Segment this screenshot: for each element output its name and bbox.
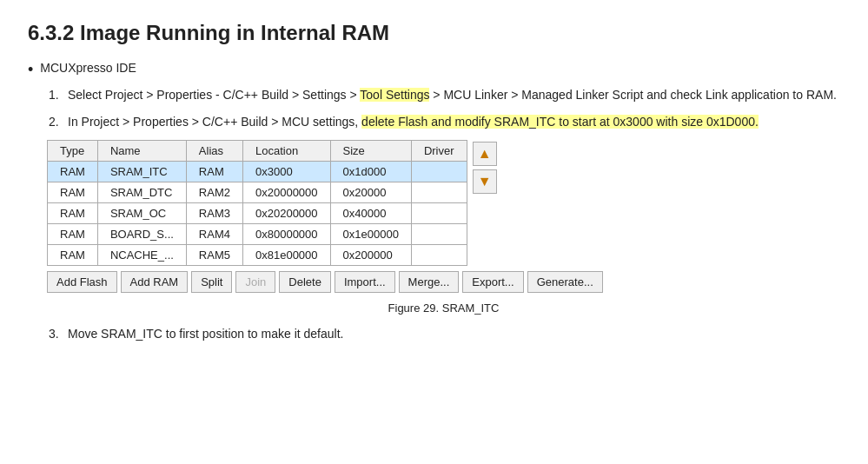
cell-location: 0x80000000 [242, 224, 330, 245]
cell-location: 0x20200000 [242, 203, 330, 224]
cell-name: SRAM_ITC [97, 162, 186, 182]
table-section: Type Name Alias Location Size Driver RAM… [47, 140, 840, 266]
cell-size: 0x1d000 [330, 162, 411, 182]
delete-button[interactable]: Delete [279, 271, 331, 293]
cell-name: NCACHE_... [97, 245, 186, 266]
cell-size: 0x200000 [330, 245, 411, 266]
step-2: 2. In Project > Properties > C/C++ Build… [49, 113, 840, 131]
split-button[interactable]: Split [191, 271, 232, 293]
col-alias: Alias [186, 141, 242, 162]
step-1-text: Select Project > Properties - C/C++ Buil… [68, 86, 840, 104]
bullet-item-mcuxpresso: • MCUXpresso IDE [28, 59, 840, 81]
bullet-label: MCUXpresso IDE [40, 59, 840, 77]
table-row[interactable]: RAMBOARD_S...RAM40x800000000x1e00000 [48, 224, 467, 245]
step-1: 1. Select Project > Properties - C/C++ B… [49, 86, 840, 104]
action-buttons-row: Add Flash Add RAM Split Join Delete Impo… [47, 271, 840, 293]
cell-type: RAM [48, 182, 98, 203]
col-location: Location [242, 141, 330, 162]
cell-location: 0x81e00000 [242, 245, 330, 266]
step-3: 3. Move SRAM_ITC to first position to ma… [49, 325, 840, 343]
add-flash-button[interactable]: Add Flash [47, 271, 117, 293]
step-2-num: 2. [49, 113, 68, 131]
export-button[interactable]: Export... [462, 271, 523, 293]
step-3-text: Move SRAM_ITC to first position to make … [68, 325, 840, 343]
cell-driver [411, 203, 467, 224]
table-header-row: Type Name Alias Location Size Driver [48, 141, 467, 162]
cell-driver [411, 182, 467, 203]
cell-type: RAM [48, 203, 98, 224]
memory-table: Type Name Alias Location Size Driver RAM… [47, 140, 467, 266]
cell-alias: RAM2 [186, 182, 242, 203]
step-2-highlight: delete Flash and modify SRAM_ITC to star… [361, 115, 759, 129]
col-type: Type [48, 141, 98, 162]
move-up-button[interactable]: ▲ [473, 142, 497, 166]
cell-size: 0x40000 [330, 203, 411, 224]
cell-name: SRAM_DTC [97, 182, 186, 203]
table-row[interactable]: RAMNCACHE_...RAM50x81e000000x200000 [48, 245, 467, 266]
cell-location: 0x20000000 [242, 182, 330, 203]
step-2-text: In Project > Properties > C/C++ Build > … [68, 113, 840, 131]
cell-alias: RAM5 [186, 245, 242, 266]
cell-size: 0x20000 [330, 182, 411, 203]
join-button[interactable]: Join [235, 271, 275, 293]
table-row[interactable]: RAMSRAM_ITCRAM0x30000x1d000 [48, 162, 467, 182]
col-size: Size [330, 141, 411, 162]
cell-type: RAM [48, 245, 98, 266]
step-1-num: 1. [49, 86, 68, 104]
table-row[interactable]: RAMSRAM_OCRAM30x202000000x40000 [48, 203, 467, 224]
tool-settings-highlight: Tool Settings [360, 88, 429, 102]
cell-location: 0x3000 [242, 162, 330, 182]
figure-caption: Figure 29. SRAM_ITC [47, 302, 840, 315]
cell-driver [411, 224, 467, 245]
cell-name: SRAM_OC [97, 203, 186, 224]
cell-driver [411, 245, 467, 266]
import-button[interactable]: Import... [335, 271, 395, 293]
bullet-dot: • [28, 59, 33, 81]
arrow-buttons: ▲ ▼ [473, 142, 497, 194]
col-name: Name [97, 141, 186, 162]
move-down-button[interactable]: ▼ [473, 169, 497, 194]
step-3-num: 3. [49, 325, 68, 343]
generate-button[interactable]: Generate... [527, 271, 603, 293]
add-ram-button[interactable]: Add RAM [121, 271, 189, 293]
cell-alias: RAM4 [186, 224, 242, 245]
table-row[interactable]: RAMSRAM_DTCRAM20x200000000x20000 [48, 182, 467, 203]
cell-name: BOARD_S... [97, 224, 186, 245]
col-driver: Driver [411, 141, 467, 162]
cell-alias: RAM [186, 162, 242, 182]
merge-button[interactable]: Merge... [399, 271, 460, 293]
page-title: 6.3.2 Image Running in Internal RAM [28, 21, 840, 45]
cell-type: RAM [48, 162, 98, 182]
cell-type: RAM [48, 224, 98, 245]
cell-alias: RAM3 [186, 203, 242, 224]
cell-driver [411, 162, 467, 182]
cell-size: 0x1e00000 [330, 224, 411, 245]
